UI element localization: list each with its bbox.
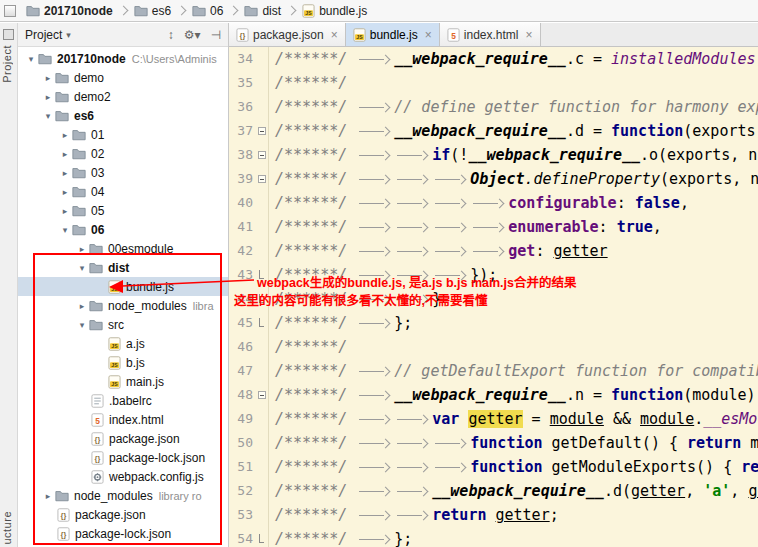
tree-item-01[interactable]: ▸01 (18, 125, 228, 144)
tree-item-package.json[interactable]: {}package.json (18, 505, 228, 524)
tree-item-index.html[interactable]: 5index.html (18, 410, 228, 429)
tree-item-webpack.config.js[interactable]: webpack.config.js (18, 467, 228, 486)
breadcrumb-item-es6[interactable]: es6 (129, 0, 176, 21)
code-line-40[interactable]: /******/ configurable: false, (275, 191, 758, 215)
tree-item-.babelrc[interactable]: .babelrc (18, 391, 228, 410)
chevron-collapsed-icon[interactable]: ▸ (58, 206, 72, 216)
editor-content[interactable]: 3435363738394041424344454647484950515253… (229, 47, 758, 547)
chevron-collapsed-icon[interactable]: ▸ (58, 130, 72, 140)
code-line-34[interactable]: /******/ __webpack_require__.c = install… (275, 47, 758, 71)
code-line-42[interactable]: /******/ get: getter (275, 239, 758, 263)
tree-item-demo2[interactable]: ▸demo2 (18, 87, 228, 106)
code-area[interactable]: /******/ __webpack_require__.c = install… (269, 47, 758, 547)
chevron-collapsed-icon[interactable]: ▸ (75, 244, 89, 254)
fold-marker-icon[interactable] (259, 318, 264, 327)
line-number[interactable]: 51 (237, 459, 253, 474)
tool-window-grid-icon[interactable] (3, 29, 14, 40)
line-number[interactable]: 54 (237, 531, 253, 546)
code-line-41[interactable]: /******/ enumerable: true, (275, 215, 758, 239)
tree-item-es6[interactable]: ▾es6 (18, 106, 228, 125)
chevron-expanded-icon[interactable]: ▾ (41, 111, 55, 121)
chevron-expanded-icon[interactable]: ▾ (24, 54, 38, 64)
line-number[interactable]: 42 (237, 243, 253, 258)
code-line-52[interactable]: /******/ __webpack_require__.d(getter, '… (275, 479, 758, 503)
editor-tab-index.html[interactable]: 5index.html× (440, 23, 541, 46)
line-number[interactable]: 50 (237, 435, 253, 450)
tool-window-button-structure[interactable]: ucture (1, 511, 13, 545)
breadcrumb-item-bundle.js[interactable]: JSbundle.js (297, 0, 372, 21)
line-number[interactable]: 44 (237, 291, 253, 306)
fold-marker-icon[interactable] (258, 391, 266, 399)
tool-window-button-project[interactable]: Project (1, 45, 13, 83)
settings-gear-icon[interactable]: ⚙▾ (184, 28, 201, 42)
code-line-54[interactable]: /******/ }; (275, 527, 758, 547)
line-number[interactable]: 43 (237, 267, 253, 282)
tree-item-201710node[interactable]: ▾201710nodeC:\Users\Adminis (18, 49, 228, 68)
close-tab-icon[interactable]: × (425, 28, 432, 42)
code-line-45[interactable]: /******/ }; (275, 311, 758, 335)
fold-marker-icon[interactable] (259, 294, 264, 303)
tree-item-00esmodule[interactable]: ▸00esmodule (18, 239, 228, 258)
tree-item-04[interactable]: ▸04 (18, 182, 228, 201)
collapse-all-icon[interactable]: ↕ (168, 28, 174, 42)
chevron-expanded-icon[interactable]: ▾ (58, 225, 72, 235)
tree-item-main.js[interactable]: JSmain.js (18, 372, 228, 391)
fold-marker-icon[interactable] (259, 270, 264, 279)
code-line-36[interactable]: /******/ // define getter function for h… (275, 95, 758, 119)
tree-item-package-lock.json[interactable]: {}package-lock.json (18, 448, 228, 467)
line-number[interactable]: 39 (237, 171, 253, 186)
breadcrumb-item-06[interactable]: 06 (187, 0, 228, 21)
fold-marker-icon[interactable] (258, 151, 266, 159)
code-line-48[interactable]: /******/ __webpack_require__.n = functio… (275, 383, 758, 407)
tree-item-bundle.js[interactable]: JSbundle.js (18, 277, 228, 296)
close-tab-icon[interactable]: × (526, 28, 533, 42)
chevron-collapsed-icon[interactable]: ▸ (41, 73, 55, 83)
line-number[interactable]: 49 (237, 411, 253, 426)
line-number[interactable]: 38 (237, 147, 253, 162)
tree-item-02[interactable]: ▸02 (18, 144, 228, 163)
line-number[interactable]: 45 (237, 315, 253, 330)
fold-marker-icon[interactable] (259, 534, 264, 543)
code-line-51[interactable]: /******/ function getModuleExports() { r… (275, 455, 758, 479)
chevron-collapsed-icon[interactable]: ▸ (41, 491, 55, 501)
chevron-expanded-icon[interactable]: ▾ (75, 320, 89, 330)
code-line-46[interactable]: /******/ (275, 335, 758, 359)
code-line-37[interactable]: /******/ __webpack_require__.d = functio… (275, 119, 758, 143)
line-number[interactable]: 40 (237, 195, 253, 210)
tree-item-package-lock.json[interactable]: {}package-lock.json (18, 524, 228, 543)
tree-item-src[interactable]: ▾src (18, 315, 228, 334)
code-line-44[interactable]: /******/ } (275, 287, 758, 311)
line-number[interactable]: 46 (237, 339, 253, 354)
code-line-47[interactable]: /******/ // getDefaultExport function fo… (275, 359, 758, 383)
tree-item-demo[interactable]: ▸demo (18, 68, 228, 87)
line-number[interactable]: 53 (237, 507, 253, 522)
close-tab-icon[interactable]: × (331, 28, 338, 42)
line-number[interactable]: 34 (237, 51, 253, 66)
code-line-39[interactable]: /******/ Object.defineProperty(exports, … (275, 167, 758, 191)
tree-item-06[interactable]: ▾06 (18, 220, 228, 239)
window-menu-icon[interactable] (4, 5, 16, 17)
chevron-collapsed-icon[interactable]: ▸ (58, 168, 72, 178)
breadcrumb-item-dist[interactable]: dist (239, 0, 286, 21)
tree-item-dist[interactable]: ▾dist (18, 258, 228, 277)
editor-tab-bundle.js[interactable]: JSbundle.js× (346, 23, 440, 46)
project-view-selector[interactable]: Project ▾ (25, 28, 71, 42)
code-line-38[interactable]: /******/ if(!__webpack_require__.o(expor… (275, 143, 758, 167)
chevron-collapsed-icon[interactable]: ▸ (58, 187, 72, 197)
tree-item-b.js[interactable]: JSb.js (18, 353, 228, 372)
editor-tab-package.json[interactable]: {}package.json× (229, 23, 346, 46)
line-number[interactable]: 36 (237, 99, 253, 114)
code-line-43[interactable]: /******/ }); (275, 263, 758, 287)
tree-item-node_modules[interactable]: ▸node_moduleslibra (18, 296, 228, 315)
code-line-49[interactable]: /******/ var getter = module && module._… (275, 407, 758, 431)
chevron-collapsed-icon[interactable]: ▸ (41, 92, 55, 102)
tree-item-03[interactable]: ▸03 (18, 163, 228, 182)
line-number[interactable]: 37 (237, 123, 253, 138)
fold-marker-icon[interactable] (258, 175, 266, 183)
code-line-50[interactable]: /******/ function getDefault() { return … (275, 431, 758, 455)
line-number[interactable]: 41 (237, 219, 253, 234)
tree-item-package.json[interactable]: {}package.json (18, 429, 228, 448)
code-line-35[interactable]: /******/ (275, 71, 758, 95)
tree-item-node_modules[interactable]: ▸node_moduleslibrary ro (18, 486, 228, 505)
fold-marker-icon[interactable] (258, 127, 266, 135)
